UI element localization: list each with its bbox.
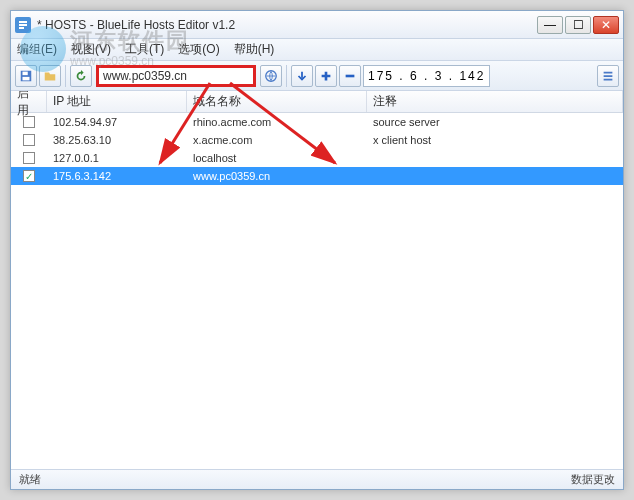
svg-rect-3 [23,76,30,80]
ip-input[interactable]: 175 . 6 . 3 . 142 [363,65,490,87]
row-checkbox[interactable] [23,152,35,164]
add-button[interactable] [315,65,337,87]
svg-rect-2 [23,71,28,75]
down-button[interactable] [291,65,313,87]
table-body: 102.54.94.97rhino.acme.comsource server3… [11,113,623,185]
cell-comment: x client host [367,134,623,146]
col-enable[interactable]: 启用 [11,91,47,112]
menu-file[interactable]: 编组(E) [17,41,57,58]
menu-options[interactable]: 选项(O) [178,41,219,58]
refresh-button[interactable] [70,65,92,87]
cell-domain: x.acme.com [187,134,367,146]
row-checkbox[interactable]: ✓ [23,170,35,182]
app-icon [15,17,31,33]
cell-domain: localhost [187,152,367,164]
hosts-table: 启用 IP 地址 域名名称 注释 102.54.94.97rhino.acme.… [11,91,623,469]
separator [65,65,66,87]
save-button[interactable] [15,65,37,87]
domain-input[interactable]: www.pc0359.cn [96,65,256,87]
cell-ip: 102.54.94.97 [47,116,187,128]
col-ip[interactable]: IP 地址 [47,91,187,112]
status-right: 数据更改 [571,472,615,487]
toolbar: www.pc0359.cn 175 . 6 . 3 . 142 [11,61,623,91]
resolve-button[interactable] [260,65,282,87]
menubar: 编组(E) 视图(V) 工具(T) 选项(O) 帮助(H) [11,39,623,61]
titlebar[interactable]: * HOSTS - BlueLife Hosts Editor v1.2 — ☐… [11,11,623,39]
menu-help[interactable]: 帮助(H) [234,41,275,58]
table-row[interactable]: 38.25.63.10x.acme.comx client host [11,131,623,149]
open-button[interactable] [39,65,61,87]
cell-domain: www.pc0359.cn [187,170,367,182]
menu-tools[interactable]: 工具(T) [125,41,164,58]
status-left: 就绪 [19,472,41,487]
maximize-button[interactable]: ☐ [565,16,591,34]
statusbar: 就绪 数据更改 [11,469,623,489]
separator [286,65,287,87]
menu-view[interactable]: 视图(V) [71,41,111,58]
cell-ip: 38.25.63.10 [47,134,187,146]
window-title: * HOSTS - BlueLife Hosts Editor v1.2 [37,18,537,32]
remove-button[interactable] [339,65,361,87]
cell-ip: 127.0.0.1 [47,152,187,164]
app-window: * HOSTS - BlueLife Hosts Editor v1.2 — ☐… [10,10,624,490]
table-header: 启用 IP 地址 域名名称 注释 [11,91,623,113]
table-row[interactable]: 127.0.0.1localhost [11,149,623,167]
table-row[interactable]: ✓175.6.3.142www.pc0359.cn [11,167,623,185]
col-domain[interactable]: 域名名称 [187,91,367,112]
cell-domain: rhino.acme.com [187,116,367,128]
table-row[interactable]: 102.54.94.97rhino.acme.comsource server [11,113,623,131]
minimize-button[interactable]: — [537,16,563,34]
row-checkbox[interactable] [23,134,35,146]
cell-ip: 175.6.3.142 [47,170,187,182]
close-button[interactable]: ✕ [593,16,619,34]
cell-comment: source server [367,116,623,128]
row-checkbox[interactable] [23,116,35,128]
col-comment[interactable]: 注释 [367,91,623,112]
list-button[interactable] [597,65,619,87]
